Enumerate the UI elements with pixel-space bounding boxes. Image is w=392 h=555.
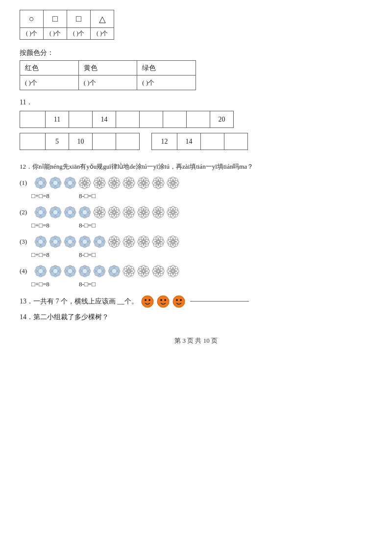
q11-label: 11．: [20, 98, 372, 107]
nl1-c1: 11: [46, 111, 69, 128]
shape-square1: □: [44, 10, 67, 28]
flower-blue-1: [34, 176, 48, 190]
q14-label: 14．第二小组裁了多少棵树？: [20, 313, 372, 322]
q12-sub4-flowers: (4): [20, 264, 372, 278]
q12-sub4-eq2: 8-□=□: [79, 280, 96, 288]
nl1-c7: [187, 111, 210, 128]
flower-w-7: [166, 176, 180, 190]
smiley-2: [157, 295, 170, 308]
nl2r-c2: [201, 133, 224, 150]
q12-sub4-eqs: □+□=8 8-□=□: [31, 280, 372, 288]
svg-point-224: [97, 239, 102, 244]
nl1-c4: [116, 111, 140, 128]
svg-point-360: [142, 296, 153, 307]
q12-sub2-num: (2): [20, 208, 31, 216]
svg-point-362: [148, 299, 150, 301]
svg-point-365: [164, 299, 166, 301]
svg-point-8: [38, 180, 43, 185]
smiley-1: [141, 295, 154, 308]
shape-count-4: ( )个: [91, 28, 114, 40]
number-line-row2-left: 5 10: [20, 133, 140, 150]
svg-point-215: [82, 239, 87, 244]
shapes-table: ○ □ □ △ ( )个 ( )个 ( )个 ( )个: [20, 10, 114, 40]
svg-point-368: [180, 299, 182, 301]
color-header-yellow: 黄色: [78, 61, 137, 76]
flower-w-4: [122, 176, 136, 190]
svg-point-323: [112, 269, 117, 274]
shape-square2: □: [67, 10, 91, 28]
q12-sub3-flowers: (3): [20, 234, 372, 249]
q12-sub1-eq2: 8-□=□: [79, 192, 96, 200]
color-count-green: ( )个: [137, 76, 196, 90]
svg-point-206: [68, 239, 73, 244]
flower-w-1: [78, 176, 92, 190]
number-line-row1: 11 14 20: [20, 111, 234, 128]
shape-circle: ○: [20, 10, 44, 28]
svg-point-188: [38, 239, 43, 244]
color-table: 红色 黄色 绿色 ( )个 ( )个 ( )个: [20, 60, 196, 90]
smiley-3: [172, 295, 185, 308]
nl1-c0: [20, 111, 46, 128]
flower-blue-2: [49, 176, 62, 190]
nl1-c6: [163, 111, 187, 128]
q12-sub2-eq1: □+□=8: [31, 222, 49, 229]
svg-point-197: [53, 239, 58, 244]
nl2r-c3: [224, 133, 248, 150]
q13-row: 13．一共有 7 个，横线上应该画 __个。: [20, 295, 372, 308]
nl2r-c1: 14: [177, 133, 201, 150]
flower-w-2: [93, 176, 106, 190]
svg-point-305: [82, 269, 87, 274]
color-header-red: 红色: [20, 61, 79, 76]
svg-point-17: [53, 180, 58, 185]
flower-w-5: [137, 176, 150, 190]
flower-w-6: [151, 176, 165, 190]
shape-count-3: ( )个: [67, 28, 91, 40]
color-header-green: 绿色: [137, 61, 196, 76]
q12-sub1-eqs: □+□=8 8-□=□: [31, 192, 372, 200]
q12-sub3-eq2: 8-□=□: [79, 251, 96, 259]
flower-w-3: [107, 176, 121, 190]
q12-label: 12．你nǐ能néng先xiān有yǒu规guī律lǜ地de涂tú一yī涂tú，…: [20, 162, 372, 172]
number-line-row2-right: 12 14: [151, 133, 248, 150]
svg-point-361: [145, 299, 147, 301]
svg-point-107: [53, 210, 58, 215]
svg-point-367: [176, 299, 178, 301]
nl1-c8: 20: [210, 111, 234, 128]
q13-answer-line: [190, 301, 249, 302]
svg-point-125: [82, 210, 87, 215]
color-count-red: ( )个: [20, 76, 79, 90]
nl2l-c2: 10: [69, 133, 93, 150]
shape-count-1: ( )个: [20, 28, 44, 40]
nl2r-c0: 12: [152, 133, 177, 150]
flower-blue-3: [63, 176, 77, 190]
q12-sub4-eq1: □+□=8: [31, 280, 49, 288]
svg-point-363: [157, 296, 169, 307]
q12-sub1-eq1: □+□=8: [31, 192, 49, 200]
q12-sub2-eqs: □+□=8 8-□=□: [31, 222, 372, 229]
svg-point-287: [53, 269, 58, 274]
q12-sub4-num: (4): [20, 267, 31, 275]
q12-sub2-eq2: 8-□=□: [79, 222, 96, 229]
shape-count-2: ( )个: [44, 28, 67, 40]
shape-triangle: △: [91, 10, 114, 28]
svg-point-314: [97, 269, 102, 274]
q12-sub3-eqs: □+□=8 8-□=□: [31, 251, 372, 259]
nl1-c3: 14: [93, 111, 116, 128]
svg-point-278: [38, 269, 43, 274]
svg-point-366: [173, 296, 185, 307]
nl2l-c3: [93, 133, 116, 150]
q12-sub2-flowers: (2): [20, 205, 372, 220]
nl2l-c0: [20, 133, 46, 150]
nl2l-c4: [116, 133, 140, 150]
q12-sub1-num: (1): [20, 179, 31, 187]
q12-sub1-flowers: (1): [20, 176, 372, 190]
svg-point-296: [68, 269, 73, 274]
svg-point-364: [160, 299, 162, 301]
color-count-yellow: ( )个: [78, 76, 137, 90]
q13-label: 13．一共有 7 个，横线上应该画 __个。: [20, 297, 138, 306]
page-footer: 第 3 页 共 10 页: [20, 336, 372, 345]
color-section-label: 按颜色分：: [20, 49, 372, 57]
svg-point-26: [68, 180, 73, 185]
nl1-c2: [69, 111, 93, 128]
q12-sub3-num: (3): [20, 238, 31, 246]
